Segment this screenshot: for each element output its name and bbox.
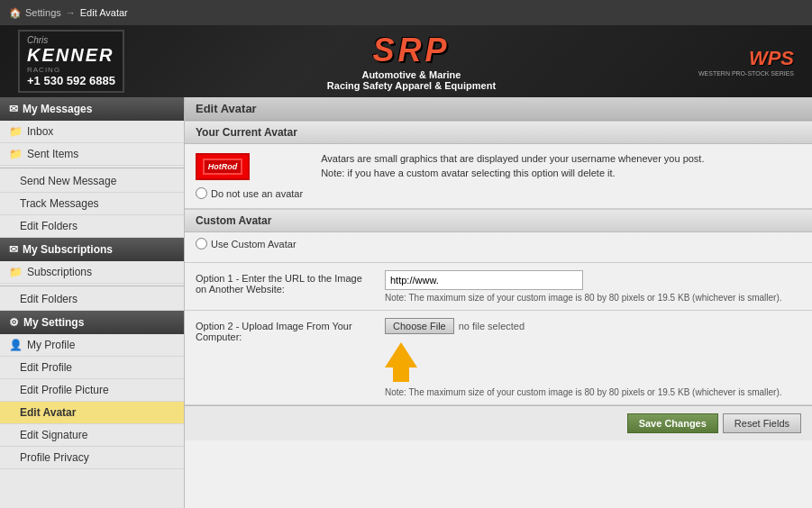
sidebar-item-subscriptions[interactable]: 📁 Subscriptions xyxy=(0,261,184,284)
avatar-note: Note: if you have a custom avatar select… xyxy=(321,168,801,178)
use-custom-radio[interactable] xyxy=(196,238,207,249)
subscriptions-folder-icon: 📁 xyxy=(9,266,23,278)
reset-fields-button[interactable]: Reset Fields xyxy=(723,413,801,433)
arrow-shaft xyxy=(393,367,409,382)
settings-icon: ⚙ xyxy=(9,316,19,329)
option1-label: Option 1 - Enter the URL to the Image on… xyxy=(196,270,376,295)
save-changes-button[interactable]: Save Changes xyxy=(627,413,718,433)
sidebar: ✉ My Messages 📁 Inbox 📁 Sent Items Send … xyxy=(0,97,185,508)
my-subscriptions-header: ✉ My Subscriptions xyxy=(0,238,184,261)
my-messages-header: ✉ My Messages xyxy=(0,97,184,121)
option2-control: Choose File no file selected Note: The m… xyxy=(385,318,801,397)
sidebar-item-edit-avatar[interactable]: Edit Avatar xyxy=(0,402,184,424)
option1-control: Note: The maximum size of your custom im… xyxy=(385,270,801,303)
do-not-use-radio[interactable] xyxy=(196,187,207,199)
wps-logo: WPS WESTERN PRO-STOCK SERIES xyxy=(698,47,794,77)
option1-row: Option 1 - Enter the URL to the Image on… xyxy=(185,263,812,311)
option2-label: Option 2 - Upload Image From Your Comput… xyxy=(196,318,376,342)
url-note: Note: The maximum size of your custom im… xyxy=(385,293,801,303)
content-header: Edit Avatar xyxy=(185,97,812,121)
footer-buttons: Save Changes Reset Fields xyxy=(185,405,812,440)
arrow-indicator xyxy=(385,342,417,382)
sidebar-item-edit-folders-msg[interactable]: Edit Folders xyxy=(0,215,184,238)
sidebar-item-edit-profile[interactable]: Edit Profile xyxy=(0,357,184,379)
top-bar: 🏠 Settings → Edit Avatar xyxy=(0,0,812,25)
content-area: Edit Avatar Your Current Avatar HotRod D… xyxy=(185,97,812,508)
sidebar-item-inbox[interactable]: 📁 Inbox xyxy=(0,121,184,143)
file-name-text: no file selected xyxy=(459,321,525,331)
sidebar-item-track[interactable]: Track Messages xyxy=(0,193,184,215)
current-avatar-section-title: Your Current Avatar xyxy=(185,121,812,144)
srp-logo: SRP Automotive & Marine Racing Safety Ap… xyxy=(142,32,680,91)
sidebar-item-sent[interactable]: 📁 Sent Items xyxy=(0,143,184,166)
content-body: Your Current Avatar HotRod Do not use an… xyxy=(185,121,812,440)
subscriptions-icon: ✉ xyxy=(9,243,18,256)
kenner-logo: Chris KENNER RACING +1 530 592 6885 xyxy=(18,30,124,93)
settings-breadcrumb[interactable]: Settings xyxy=(25,7,61,18)
main-layout: ✉ My Messages 📁 Inbox 📁 Sent Items Send … xyxy=(0,97,812,508)
breadcrumb-separator: → xyxy=(66,7,76,18)
avatar-image: HotRod xyxy=(196,153,250,180)
home-icon[interactable]: 🏠 xyxy=(9,7,22,19)
avatar-description: Avatars are small graphics that are disp… xyxy=(321,153,801,164)
custom-avatar-section: Use Custom Avatar xyxy=(185,232,812,263)
use-custom-row: Use Custom Avatar xyxy=(196,238,801,249)
option2-row: Option 2 - Upload Image From Your Comput… xyxy=(185,311,812,405)
profile-icon: 👤 xyxy=(9,339,23,351)
use-custom-label: Use Custom Avatar xyxy=(211,239,297,249)
sidebar-item-edit-signature[interactable]: Edit Signature xyxy=(0,424,184,447)
sidebar-item-edit-folders-subs[interactable]: Edit Folders xyxy=(0,288,184,311)
do-not-use-row: Do not use an avatar xyxy=(196,187,303,199)
upload-note: Note: The maximum size of your custom im… xyxy=(385,387,801,397)
my-settings-header: ⚙ My Settings xyxy=(0,311,184,334)
file-row: Choose File no file selected xyxy=(385,318,801,334)
sent-folder-icon: 📁 xyxy=(9,148,23,160)
avatar-image-text: HotRod xyxy=(203,159,243,175)
sidebar-item-my-profile[interactable]: 👤 My Profile xyxy=(0,334,184,357)
current-avatar-section: HotRod Do not use an avatar Avatars are … xyxy=(185,144,812,209)
url-input[interactable] xyxy=(385,270,583,290)
inbox-folder-icon: 📁 xyxy=(9,125,23,138)
choose-file-button[interactable]: Choose File xyxy=(385,318,454,334)
arrow-up xyxy=(385,342,417,367)
do-not-use-label: Do not use an avatar xyxy=(211,188,303,199)
current-page-breadcrumb: Edit Avatar xyxy=(80,7,128,18)
sidebar-item-send-new[interactable]: Send New Message xyxy=(0,170,184,193)
sidebar-item-profile-privacy[interactable]: Profile Privacy xyxy=(0,447,184,469)
sidebar-item-edit-profile-picture[interactable]: Edit Profile Picture xyxy=(0,379,184,402)
custom-avatar-section-title: Custom Avatar xyxy=(185,209,812,232)
banner: Chris KENNER RACING +1 530 592 6885 SRP … xyxy=(0,25,812,97)
messages-icon: ✉ xyxy=(9,103,18,115)
